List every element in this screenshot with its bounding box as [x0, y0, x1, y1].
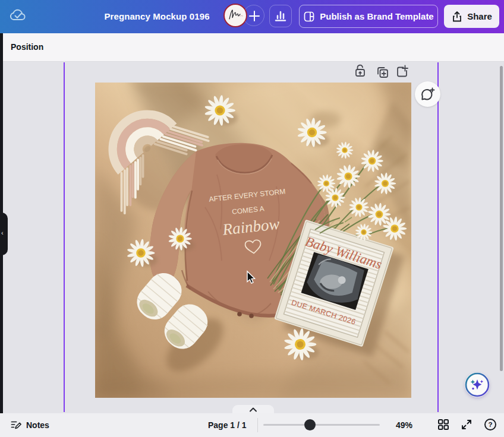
svg-text:?: ? [488, 421, 492, 428]
